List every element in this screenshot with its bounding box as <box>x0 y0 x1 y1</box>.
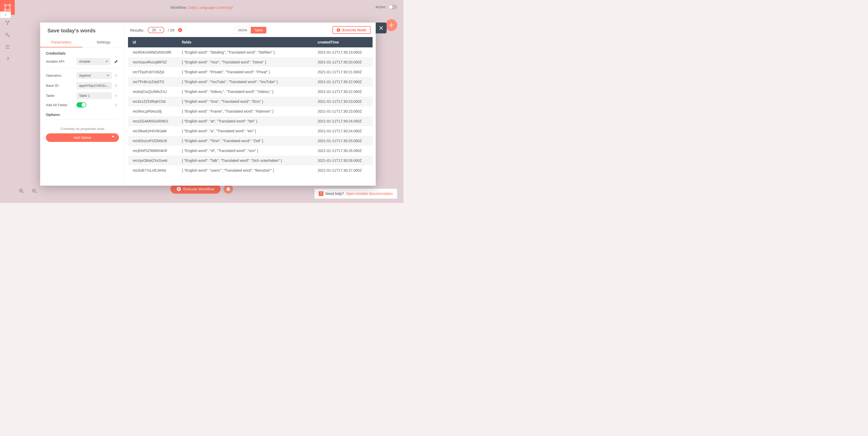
cell-created: 2021-01-11T17:30:26.000Z <box>313 156 373 165</box>
table-input[interactable]: Table 1 <box>76 92 112 99</box>
table-label: Table: <box>46 94 74 98</box>
cell-created: 2021-01-11T17:30:19.000Z <box>313 47 373 57</box>
airtable-api-value: Airtable <box>79 60 90 63</box>
svg-point-13 <box>116 85 117 86</box>
zoom-controls <box>19 189 37 194</box>
col-header-id: id <box>128 37 177 47</box>
sidebar-expand-button[interactable] <box>0 11 11 18</box>
cell-created: 2021-01-11T17:30:24.000Z <box>313 116 373 126</box>
separator <box>46 68 119 68</box>
workflows-icon[interactable] <box>5 20 10 25</box>
operation-value: Append <box>79 73 91 77</box>
results-count-select[interactable]: 25 <box>148 27 164 33</box>
cell-fields: { "English word": "Private", "Translated… <box>177 67 313 77</box>
cell-fields: { "English word": "at", "Translated word… <box>177 116 313 126</box>
cell-fields: { "English word": "Stealing", "Translate… <box>177 47 313 57</box>
svg-point-12 <box>116 75 117 76</box>
table-gear-icon[interactable] <box>114 94 119 98</box>
cell-id: recHzau4RuUjd6F5Z <box>128 57 177 67</box>
table-row[interactable]: recTPcBrJzZIej5TS{ "English word": "YouT… <box>128 77 373 87</box>
table-row[interactable]: recsZGAMI0GxR060J{ "English word": "at",… <box>128 116 373 126</box>
table-row[interactable]: recSlkw6JrHiVWJaM{ "English word": "a", … <box>128 126 373 136</box>
table-row[interactable]: recHzau4RuUjd6F5Z{ "English word": "Your… <box>128 57 373 67</box>
add-all-fields-label: Add All Fields: <box>46 103 74 107</box>
cell-fields: { "English word": "Your", "Translated wo… <box>177 57 313 67</box>
cell-id: recVprOBxkZXcGxe6 <box>128 156 177 165</box>
tab-settings[interactable]: Settings <box>83 37 125 47</box>
table-row[interactable]: recjfnhF5ZWMRI4KR{ "English word": "of",… <box>128 146 373 156</box>
cell-created: 2021-01-11T17:30:22.000Z <box>313 87 373 97</box>
help-icon[interactable]: ? <box>5 57 9 62</box>
table-row[interactable]: recW2ozvIFOZMIbJ9{ "English word": "Time… <box>128 136 373 146</box>
operation-gear-icon[interactable] <box>114 74 119 77</box>
cell-id: recsZGAMI0GxR060J <box>128 116 177 126</box>
cell-fields: { "English word": "of", "Translated word… <box>177 146 313 156</box>
view-table-tab[interactable]: Table <box>251 27 266 33</box>
help-link[interactable]: Open Airtable documentation <box>346 192 393 196</box>
cell-id: rec9uB77vLnlCAH0z <box>128 165 177 175</box>
table-row[interactable]: rec9uB77vLnlCAH0z{ "English word": "user… <box>128 165 373 175</box>
airtable-api-row: Airtable API: Airtable <box>46 58 119 65</box>
table-row[interactable]: recIfexLpPb4su0lj{ "English word": "Fram… <box>128 106 373 116</box>
svg-point-7 <box>6 33 8 35</box>
view-json-tab[interactable]: JSON <box>234 27 251 33</box>
table-row[interactable]: rec9x1ZZfJIRqKChd{ "English word": "One"… <box>128 97 373 106</box>
cell-id: recTPcBrJzZIej5TS <box>128 77 177 87</box>
add-node-button[interactable] <box>385 19 397 31</box>
help-callout: ? Need help? Open Airtable documentation <box>314 189 397 199</box>
top-bar: Workflow: Daily Language Learning* <box>0 0 403 15</box>
svg-point-0 <box>4 4 6 6</box>
airtable-api-select[interactable]: Airtable <box>76 58 111 65</box>
execute-node-button[interactable]: Execute Node <box>333 26 371 34</box>
cell-id: recTFpzFvbYcblZpl <box>128 67 177 77</box>
svg-point-1 <box>9 4 11 6</box>
base-id-row: Base ID: app4Y6qcCHIO1c... <box>46 82 119 89</box>
operation-row: Operation: Append <box>46 72 119 79</box>
svg-point-5 <box>8 21 9 22</box>
panel-tabs: Parameters Settings <box>40 37 125 47</box>
cell-fields: { "English word": "One", "Translated wor… <box>177 97 313 106</box>
table-row: Table: Table 1 <box>46 92 119 99</box>
table-row[interactable]: recTFpzFvbYcblZpl{ "English word": "Priv… <box>128 67 373 77</box>
table-value: Table 1 <box>79 94 90 98</box>
cell-fields: { "English word": "Videos,", "Translated… <box>177 87 313 97</box>
base-id-value: app4Y6qcCHIO1c... <box>79 83 109 88</box>
cell-created: 2021-01-11T17:30:27.000Z <box>313 165 373 175</box>
add-option-button[interactable]: Add Option <box>46 133 119 142</box>
table-row[interactable]: recVprOBxkZXcGxe6{ "English word": "Talk… <box>128 156 373 165</box>
svg-point-2 <box>4 9 6 11</box>
cell-fields: { "English word": "Frame", "Translated w… <box>177 106 313 116</box>
base-id-gear-icon[interactable] <box>114 84 119 88</box>
base-id-input[interactable]: app4Y6qcCHIO1c... <box>76 82 112 89</box>
cell-created: 2021-01-11T17:30:23.000Z <box>313 97 373 106</box>
edit-credential-icon[interactable] <box>114 60 119 63</box>
zoom-out-icon[interactable] <box>32 189 37 194</box>
results-total: / 29 <box>168 28 175 32</box>
tab-parameters[interactable]: Parameters <box>40 37 83 47</box>
active-toggle[interactable] <box>389 5 397 9</box>
cell-created: 2021-01-11T17:30:21.000Z <box>313 67 373 77</box>
table-row[interactable]: recR04xGMNDxN3UMh{ "English word": "Stea… <box>128 47 373 57</box>
table-row[interactable]: recbvjCtuQU9MvZXJ{ "English word": "Vide… <box>128 87 373 97</box>
svg-point-3 <box>9 9 11 11</box>
warning-icon[interactable]: ! <box>178 28 182 32</box>
close-button[interactable] <box>376 23 386 33</box>
cell-id: rec9x1ZZfJIRqKChd <box>128 97 177 106</box>
add-all-fields-toggle[interactable] <box>76 102 86 107</box>
node-modal: Save today's words Parameters Settings C… <box>40 23 376 186</box>
credentials-icon[interactable] <box>5 33 10 37</box>
add-all-fields-gear-icon[interactable] <box>114 103 119 107</box>
cell-created: 2021-01-11T17:30:22.000Z <box>313 77 373 87</box>
workflow-name[interactable]: Daily Language Learning* <box>188 5 233 9</box>
results-table-wrap[interactable]: id fields createdTime recR04xGMNDxN3UMh{… <box>125 37 376 186</box>
zoom-in-icon[interactable] <box>19 189 24 194</box>
cell-created: 2021-01-11T17:30:26.000Z <box>313 146 373 156</box>
results-label: Results: <box>130 28 144 32</box>
executions-icon[interactable] <box>5 44 10 49</box>
cell-id: recSlkw6JrHiVWJaM <box>128 126 177 136</box>
cell-fields: { "English word": "YouTube", "Translated… <box>177 77 313 87</box>
operation-select[interactable]: Append <box>76 72 112 79</box>
cell-id: recbvjCtuQU9MvZXJ <box>128 87 177 97</box>
cell-created: 2021-01-11T17:30:23.000Z <box>313 106 373 116</box>
workflow-title: Workflow: Daily Language Learning* <box>170 5 233 9</box>
